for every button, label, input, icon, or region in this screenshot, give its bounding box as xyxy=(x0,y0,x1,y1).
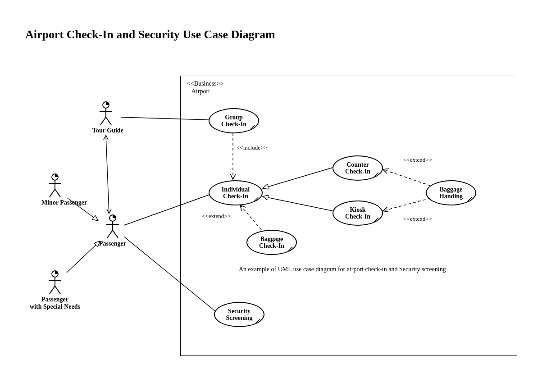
stick-figure-icon xyxy=(46,270,64,295)
stereotype-extend-kiosk: <<extend>> xyxy=(403,215,432,223)
stick-figure-icon xyxy=(97,101,115,126)
stereotype-extend-counter: <<extend>> xyxy=(403,156,432,164)
actor-tour-guide: Tour Guide xyxy=(92,101,119,134)
svg-line-25 xyxy=(288,247,292,251)
usecase-baggage-handing-label: Baggage Handing xyxy=(437,186,465,200)
actor-passenger: Passenger xyxy=(99,214,126,247)
diagram-caption: An example of UML use case diagram for a… xyxy=(239,266,446,273)
usecase-slash-icon xyxy=(255,318,261,324)
usecase-slash-icon xyxy=(287,246,293,252)
svg-line-24 xyxy=(467,197,472,202)
stereotype-include-group: <<include>> xyxy=(237,144,267,151)
actor-tour-guide-label: Tour Guide xyxy=(92,127,119,134)
actor-minor-passenger: Minor Passenger xyxy=(41,173,68,206)
svg-line-13 xyxy=(107,230,113,238)
usecase-security-screening: Security Screening xyxy=(214,302,264,327)
svg-line-23 xyxy=(374,218,378,222)
usecase-individual-checkin-label: Individual Check-In xyxy=(219,186,252,200)
usecase-counter-checkin: Counter Check-In xyxy=(333,155,383,181)
diagram-title: Airport Check-In and Security Use Case D… xyxy=(25,28,275,41)
svg-line-20 xyxy=(250,125,255,130)
usecase-slash-icon xyxy=(373,217,379,223)
svg-line-3 xyxy=(100,117,106,125)
usecase-slash-icon xyxy=(249,124,255,131)
usecase-security-screening-label: Security Screening xyxy=(223,308,255,322)
svg-line-22 xyxy=(374,173,378,177)
usecase-individual-checkin: Individual Check-In xyxy=(209,180,263,205)
svg-line-8 xyxy=(50,189,55,197)
usecase-kiosk-checkin: Kiosk Check-In xyxy=(333,201,383,226)
usecase-counter-checkin-label: Counter Check-In xyxy=(342,161,373,175)
svg-line-19 xyxy=(55,286,60,294)
svg-line-4 xyxy=(106,117,111,125)
gen-special-needs-passenger xyxy=(67,241,100,273)
actor-passenger-label: Passenger xyxy=(99,240,126,247)
actor-minor-passenger-label: Minor Passenger xyxy=(41,199,68,206)
usecase-baggage-handing: Baggage Handing xyxy=(426,180,476,205)
stick-figure-icon xyxy=(104,214,122,239)
stick-figure-icon xyxy=(46,173,64,198)
svg-line-9 xyxy=(55,189,60,197)
business-boundary-label: <<Business>> Airport xyxy=(187,80,223,96)
assoc-tourguide-passenger xyxy=(106,135,109,214)
business-name: Airport xyxy=(191,88,210,95)
usecase-group-checkin: Group Check-In xyxy=(209,108,259,133)
svg-line-26 xyxy=(255,319,260,324)
svg-line-18 xyxy=(50,286,55,294)
usecase-baggage-checkin: Baggage Check-In xyxy=(246,230,297,255)
actor-special-needs-label: Passenger with Special Needs xyxy=(23,296,87,310)
usecase-kiosk-checkin-label: Kiosk Check-In xyxy=(342,206,373,220)
business-stereotype: <<Business>> xyxy=(187,80,223,87)
usecase-baggage-checkin-label: Baggage Check-In xyxy=(256,236,287,250)
stereotype-extend-baggage-checkin: <<extend>> xyxy=(202,213,231,220)
usecase-slash-icon xyxy=(373,172,379,178)
usecase-slash-icon xyxy=(466,196,473,203)
svg-line-21 xyxy=(254,197,258,202)
usecase-slash-icon xyxy=(253,196,259,203)
usecase-group-checkin-label: Group Check-In xyxy=(219,114,249,128)
svg-line-14 xyxy=(113,230,118,238)
actor-special-needs: Passenger with Special Needs xyxy=(41,270,68,310)
